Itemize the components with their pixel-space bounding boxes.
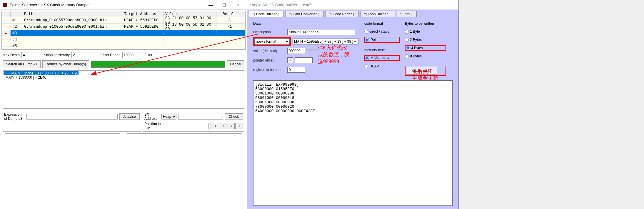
titlebar-left: PointerSearcher for SX Cheat Memory Dump…: [0, 0, 247, 10]
description-input[interactable]: [287, 29, 355, 35]
sx-address-label: SX Address: [144, 112, 160, 121]
action-row: Search on Dump #1 Reduce by other Dump(s…: [0, 59, 247, 69]
sx-address-select[interactable]: Heap: [161, 114, 176, 120]
pointer-searcher-window: PointerSearcher for SX Cheat Memory Dump…: [0, 0, 247, 209]
bottom-panel: Expression of Dump #3 Anaylse SX Address…: [0, 110, 247, 133]
code-output[interactable]: [Sidalin EXP999999] 58000000 01595EE0 58…: [253, 80, 453, 206]
skip-input[interactable]: [71, 52, 98, 58]
pointer-expression-input[interactable]: [293, 39, 358, 44]
value-hint: 999999: [307, 49, 318, 53]
format-select[interactable]: noexs format: [254, 38, 290, 45]
tab-info[interactable]: ::[ Info ]::: [397, 11, 417, 17]
minimize-button[interactable]: —: [204, 1, 217, 9]
description-label: Description: [253, 30, 286, 34]
skip-label: Skipping Nearby: [44, 53, 70, 57]
check-button[interactable]: Check: [225, 113, 243, 120]
nav-le-button[interactable]: ≤: [211, 123, 218, 129]
nav-lt-button[interactable]: <: [219, 123, 226, 129]
maximize-button[interactable]: ☐: [217, 1, 231, 9]
tab-code-builder[interactable]: ::[ Code Builder ]::: [249, 11, 284, 17]
offset-label: Offset Range: [100, 53, 121, 57]
radio-2bytes[interactable]: 2 Bytes: [405, 37, 446, 43]
result-line-selected[interactable]: [ [ [ [ MAIN + 1595EE0 ] + 88 ] + 18 ] +…: [4, 71, 79, 75]
pointer-results[interactable]: [ [ [ [ MAIN + 1595EE0 ] + 88 ] + 18 ] +…: [3, 70, 244, 109]
table-row[interactable]: #5: [2, 43, 245, 49]
max-depth-input[interactable]: [21, 52, 42, 58]
progress-bar: [91, 61, 225, 68]
tab-loop-builder[interactable]: ::[ Loop Builder ]::: [361, 11, 395, 17]
search-button[interactable]: Search on Dump #1: [3, 60, 41, 68]
code-builder-window: Simple SX OS Code Builder - .beta7 ::[ C…: [247, 0, 459, 209]
close-button[interactable]: ✕: [231, 1, 244, 9]
register-label: register to be used: [253, 68, 286, 72]
register-input[interactable]: [287, 67, 305, 73]
sx-address-input[interactable]: [178, 114, 223, 120]
nav-ge-button[interactable]: ≥: [235, 123, 243, 129]
filter-label: Filter: [145, 53, 153, 57]
offset-input[interactable]: [122, 52, 143, 58]
table-row[interactable]: #2G:\memdump_010055700cea8000_0001.binHE…: [2, 24, 245, 30]
value-label: value (decimal): [253, 49, 286, 53]
radio-heap[interactable]: HEAP: [364, 63, 400, 69]
col-target[interactable]: Target Address: [122, 11, 163, 17]
radio-pointer[interactable]: Pointer: [364, 37, 400, 43]
pointer-offset-label: pointer offset: [253, 58, 286, 62]
expression-label: Expression of Dump #3: [4, 112, 25, 121]
filter-input[interactable]: [154, 52, 242, 58]
col-path[interactable]: Path: [22, 11, 122, 17]
data-heading: Data: [253, 21, 359, 26]
app-icon: [3, 3, 7, 7]
max-depth-label: Max Depth: [3, 53, 20, 57]
radio-4bytes[interactable]: 4 Bytes: [405, 45, 446, 51]
radio-8bytes[interactable]: 8 Bytes: [405, 53, 446, 59]
analyse-button[interactable]: Anaylse: [119, 113, 140, 120]
reduce-button[interactable]: Reduce by other Dump(s): [42, 60, 89, 68]
memory-type-heading: memory type: [364, 48, 400, 52]
code-format-heading: code format: [364, 21, 400, 26]
cancel-button[interactable]: Cancel: [227, 60, 244, 68]
radio-main[interactable]: MAIN Int64: [364, 55, 400, 61]
expression-output[interactable]: [5, 133, 120, 205]
expression-input[interactable]: [26, 114, 118, 120]
position-output[interactable]: [127, 133, 242, 205]
int64-label: Int64: [382, 57, 389, 60]
col-result[interactable]: Result: [216, 11, 243, 17]
titlebar-right: Simple SX OS Code Builder - .beta7: [247, 0, 458, 10]
window-title-right: Simple SX OS Code Builder - .beta7: [250, 3, 456, 7]
offset-plus-button[interactable]: +: [287, 57, 293, 63]
value-input[interactable]: [287, 48, 305, 54]
tab-code-porter[interactable]: ::[ Code Porter ]::: [326, 11, 359, 17]
window-title: PointerSearcher for SX Cheat Memory Dump…: [10, 3, 204, 7]
position-input[interactable]: [164, 123, 209, 129]
pointer-offset-input[interactable]: [295, 57, 313, 63]
tab-bar: ::[ Code Builder ]:: ::[ Data Converter …: [247, 10, 458, 19]
dump-grid: Path Target Address Value Result #1G:\me…: [1, 11, 246, 50]
radio-1byte[interactable]: 1 Byte: [405, 29, 446, 34]
position-label: Position in File: [144, 122, 162, 130]
radio-direct[interactable]: direct / static: [364, 29, 400, 34]
tab-data-converter[interactable]: ::[ Data Converter ]::: [286, 11, 324, 17]
search-params: Max Depth Skipping Nearby Offset Range F…: [0, 51, 247, 59]
result-line[interactable]: [ MAIN + 1593000 ] + 2E40: [4, 75, 243, 79]
table-row[interactable]: #4: [2, 37, 245, 43]
annotation-create: 最后点击 生成金手指: [412, 68, 438, 82]
annotation-value: <填入你想改 成的数值，我 选999999: [318, 44, 350, 65]
bytes-heading: Bytes to be written: [405, 21, 446, 26]
nav-gt-button[interactable]: >: [227, 123, 235, 129]
